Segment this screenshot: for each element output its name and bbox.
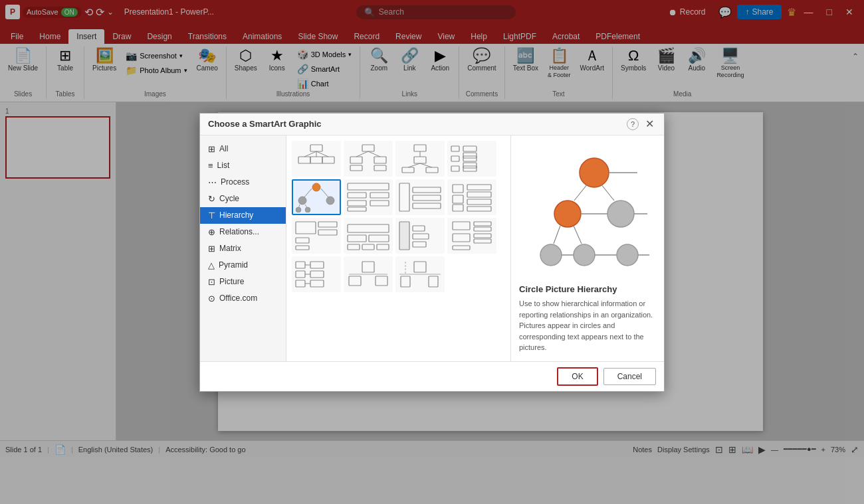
graphic-item-11[interactable] (395, 218, 445, 254)
preview-title: Circle Picture Hierarchy (519, 284, 656, 294)
svg-rect-87 (362, 262, 374, 272)
svg-rect-63 (348, 244, 360, 250)
svg-point-107 (617, 244, 638, 266)
svg-rect-21 (451, 146, 459, 151)
category-officecom[interactable]: ⊙ Office.com (200, 290, 286, 307)
svg-rect-47 (413, 203, 441, 209)
category-picture-label: Picture (219, 277, 244, 286)
svg-rect-94 (429, 276, 438, 287)
category-hierarchy-icon: ⊤ (208, 210, 215, 220)
category-matrix[interactable]: ⊞ Matrix (200, 240, 286, 257)
svg-rect-71 (474, 222, 491, 226)
svg-line-9 (368, 151, 380, 157)
svg-rect-78 (296, 271, 305, 278)
svg-rect-52 (467, 192, 491, 197)
dialog-close-btn[interactable]: ✕ (643, 118, 656, 131)
category-picture[interactable]: ⊡ Picture (200, 274, 286, 290)
svg-rect-68 (413, 234, 429, 239)
svg-rect-13 (374, 165, 386, 171)
svg-rect-22 (451, 156, 459, 161)
svg-rect-44 (399, 183, 409, 211)
graphic-item-15[interactable] (395, 256, 445, 292)
category-hierarchy[interactable]: ⊤ Hierarchy (200, 207, 286, 224)
svg-rect-91 (401, 276, 410, 287)
dialog-help-btn[interactable]: ? (627, 118, 639, 130)
svg-rect-72 (474, 227, 491, 231)
svg-rect-12 (350, 165, 362, 171)
svg-rect-25 (463, 153, 477, 158)
svg-rect-85 (310, 280, 324, 287)
graphic-item-8[interactable] (447, 179, 496, 215)
category-process[interactable]: ⋯ Process (200, 174, 286, 191)
category-pyramid-label: Pyramid (219, 260, 248, 270)
category-pyramid[interactable]: △ Pyramid (200, 257, 286, 274)
svg-rect-89 (376, 276, 387, 286)
svg-rect-56 (296, 238, 309, 243)
svg-rect-75 (474, 239, 491, 243)
graphic-item-3[interactable] (395, 141, 445, 177)
svg-point-105 (574, 244, 595, 266)
graphic-item-10[interactable] (344, 218, 393, 254)
category-all[interactable]: ⊞ All (200, 141, 286, 157)
dialog-ok-btn[interactable]: OK (557, 367, 597, 386)
svg-rect-50 (453, 205, 463, 211)
category-officecom-label: Office.com (219, 294, 257, 303)
svg-rect-93 (414, 262, 426, 272)
svg-rect-40 (370, 193, 389, 198)
svg-rect-19 (402, 167, 414, 173)
svg-rect-88 (349, 276, 361, 286)
graphic-item-1[interactable] (292, 141, 341, 177)
svg-line-18 (420, 163, 432, 167)
svg-line-30 (304, 189, 312, 198)
svg-rect-76 (453, 246, 470, 250)
svg-line-8 (356, 151, 368, 157)
category-picture-icon: ⊡ (208, 277, 215, 287)
category-list[interactable]: ≡ List (200, 157, 286, 174)
preview-desc: Use to show hierarchical information or … (519, 298, 656, 353)
category-officecom-icon: ⊙ (208, 294, 215, 303)
svg-rect-51 (467, 185, 491, 190)
category-matrix-label: Matrix (219, 244, 241, 253)
svg-point-95 (580, 158, 609, 187)
graphic-item-7[interactable] (395, 179, 445, 215)
category-matrix-icon: ⊞ (208, 244, 215, 254)
graphic-item-14[interactable] (344, 256, 393, 292)
svg-rect-27 (463, 163, 477, 168)
svg-rect-64 (362, 244, 374, 250)
svg-point-97 (554, 201, 581, 227)
svg-rect-23 (451, 166, 459, 171)
graphic-item-13[interactable] (292, 256, 341, 292)
svg-rect-10 (350, 157, 362, 163)
svg-rect-65 (377, 244, 389, 250)
dialog-overlay: Choose a SmartArt Graphic ? ✕ ⊞ All ≡ Li… (0, 0, 864, 504)
svg-line-31 (321, 189, 329, 198)
svg-rect-28 (463, 166, 477, 171)
svg-rect-62 (369, 235, 389, 242)
svg-rect-67 (413, 226, 425, 231)
svg-line-102 (601, 184, 614, 201)
dialog-footer: OK Cancel (200, 361, 664, 391)
graphic-item-2[interactable] (344, 141, 393, 177)
svg-rect-42 (370, 201, 389, 206)
svg-point-99 (607, 201, 634, 227)
svg-rect-79 (296, 280, 305, 287)
category-all-label: All (219, 144, 228, 153)
category-pyramid-icon: △ (208, 260, 215, 270)
category-cycle[interactable]: ↻ Cycle (200, 191, 286, 207)
dialog-cancel-btn[interactable]: Cancel (603, 368, 656, 385)
svg-rect-20 (426, 167, 438, 173)
graphic-item-9[interactable] (292, 218, 341, 254)
svg-rect-49 (453, 195, 463, 203)
graphic-item-12[interactable] (447, 218, 496, 254)
dialog-categories: ⊞ All ≡ List ⋯ Process ↻ Cycle ⊤ Hiera (200, 135, 286, 361)
graphic-item-4[interactable] (447, 141, 496, 177)
svg-rect-14 (414, 145, 426, 151)
graphic-item-selected[interactable] (292, 179, 341, 215)
dialog-title-bar: Choose a SmartArt Graphic ? ✕ (200, 114, 664, 135)
category-relationship[interactable]: ⊕ Relations... (200, 224, 286, 240)
dialog-body: ⊞ All ≡ List ⋯ Process ↻ Cycle ⊤ Hiera (200, 135, 664, 361)
svg-rect-77 (296, 262, 305, 268)
svg-rect-70 (453, 222, 470, 230)
svg-rect-46 (413, 195, 441, 201)
graphic-item-6[interactable] (344, 179, 393, 215)
